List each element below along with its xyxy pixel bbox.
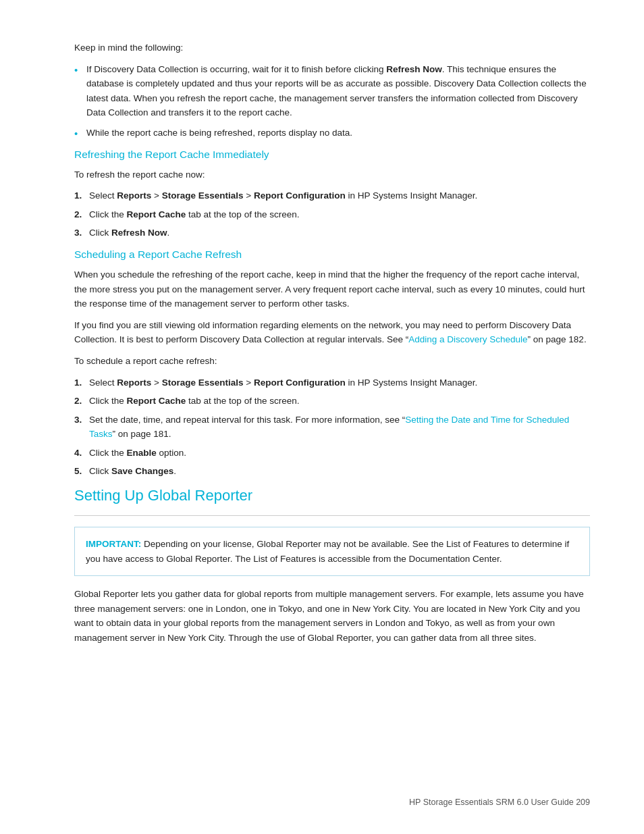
s2step1-sep2: > xyxy=(244,377,254,388)
section1-step-2: 2. Click the Report Cache tab at the top… xyxy=(74,207,590,222)
section2-para2: If you find you are still viewing old in… xyxy=(74,318,590,347)
step1-bold2: Storage Essentials xyxy=(162,190,244,201)
step2-pre: Click the xyxy=(89,209,127,219)
s2step4-bold1: Enable xyxy=(127,448,157,458)
s2step1-post: in HP Systems Insight Manager. xyxy=(346,377,478,388)
para2-link[interactable]: Adding a Discovery Schedule xyxy=(408,334,527,344)
step3-pre: Click xyxy=(89,228,111,238)
section1-steps: 1. Select Reports > Storage Essentials >… xyxy=(74,188,590,240)
section1-step-3: 3. Click Refresh Now. xyxy=(74,226,590,240)
section3-heading: Setting Up Global Reporter xyxy=(74,487,590,504)
section2-step-3: 3. Set the date, time, and repeat interv… xyxy=(74,413,590,442)
s2step5-bold1: Save Changes xyxy=(111,466,173,476)
step1-sep1: > xyxy=(151,190,161,201)
page-footer: HP Storage Essentials SRM 6.0 User Guide… xyxy=(409,798,590,807)
section1-intro: To refresh the report cache now: xyxy=(74,167,590,182)
section3-divider xyxy=(74,515,590,516)
step-num: 3. xyxy=(74,413,82,427)
section2-step-5: 5. Click Save Changes. xyxy=(74,464,590,479)
section2-heading: Scheduling a Report Cache Refresh xyxy=(74,249,590,261)
s2step3-post: ” on page 181. xyxy=(113,429,171,439)
s2step4-post: option. xyxy=(157,448,186,458)
important-box: IMPORTANT: Depending on your license, Gl… xyxy=(74,527,590,576)
footer-text: HP Storage Essentials SRM 6.0 User Guide… xyxy=(409,798,590,807)
step-num: 3. xyxy=(74,226,82,240)
step1-bold1: Reports xyxy=(117,190,151,201)
step1-bold3: Report Configuration xyxy=(254,190,346,201)
intro-keep-in-mind: Keep in mind the following: xyxy=(74,41,590,55)
step3-bold1: Refresh Now xyxy=(111,228,167,238)
step1-pre: Select xyxy=(89,190,117,201)
step1-post: in HP Systems Insight Manager. xyxy=(346,190,478,201)
section2-step-2: 2. Click the Report Cache tab at the top… xyxy=(74,394,590,409)
important-text: Depending on your license, Global Report… xyxy=(86,539,569,564)
s2step1-bold1: Reports xyxy=(117,377,151,388)
section3-para1: Global Reporter lets you gather data for… xyxy=(74,587,590,645)
section2-para1: When you schedule the refreshing of the … xyxy=(74,267,590,311)
step-num: 2. xyxy=(74,207,82,222)
step-num: 4. xyxy=(74,446,82,461)
step-num: 1. xyxy=(74,375,82,390)
intro-bullet-list: If Discovery Data Collection is occurrin… xyxy=(74,62,590,140)
important-label: IMPORTANT: xyxy=(86,539,141,549)
section1-step-1: 1. Select Reports > Storage Essentials >… xyxy=(74,188,590,203)
s2step1-sep1: > xyxy=(151,377,161,388)
step2-bold1: Report Cache xyxy=(127,209,186,219)
s2step1-bold2: Storage Essentials xyxy=(162,377,244,388)
bullet1-bold: Refresh Now xyxy=(386,64,442,74)
step-num: 2. xyxy=(74,394,82,409)
s2step2-bold1: Report Cache xyxy=(127,396,186,406)
s2step2-post: tab at the top of the screen. xyxy=(186,396,299,406)
step1-sep2: > xyxy=(244,190,254,201)
intro-bullet-2: While the report cache is being refreshe… xyxy=(74,126,590,140)
step3-post: . xyxy=(167,228,170,238)
s2step5-post: . xyxy=(173,466,176,476)
step-num: 1. xyxy=(74,188,82,203)
section2-step-1: 1. Select Reports > Storage Essentials >… xyxy=(74,375,590,390)
section2-step-4: 4. Click the Enable option. xyxy=(74,446,590,461)
s2step5-pre: Click xyxy=(89,466,111,476)
section1-heading: Refreshing the Report Cache Immediately xyxy=(74,149,590,161)
s2step2-pre: Click the xyxy=(89,396,127,406)
s2step1-bold3: Report Configuration xyxy=(254,377,346,388)
intro-bullet-1: If Discovery Data Collection is occurrin… xyxy=(74,62,590,120)
page-container: Keep in mind the following: If Discovery… xyxy=(0,0,644,834)
step2-post: tab at the top of the screen. xyxy=(186,209,299,219)
s2step3-pre: Set the date, time, and repeat interval … xyxy=(89,415,405,425)
s2step4-pre: Click the xyxy=(89,448,127,458)
bullet1-pre: If Discovery Data Collection is occurrin… xyxy=(86,64,386,74)
section2-steps: 1. Select Reports > Storage Essentials >… xyxy=(74,375,590,479)
step-num: 5. xyxy=(74,464,82,479)
s2step1-pre: Select xyxy=(89,377,117,388)
section2-para3: To schedule a report cache refresh: xyxy=(74,354,590,369)
para2-post: ” on page 182. xyxy=(528,334,587,344)
